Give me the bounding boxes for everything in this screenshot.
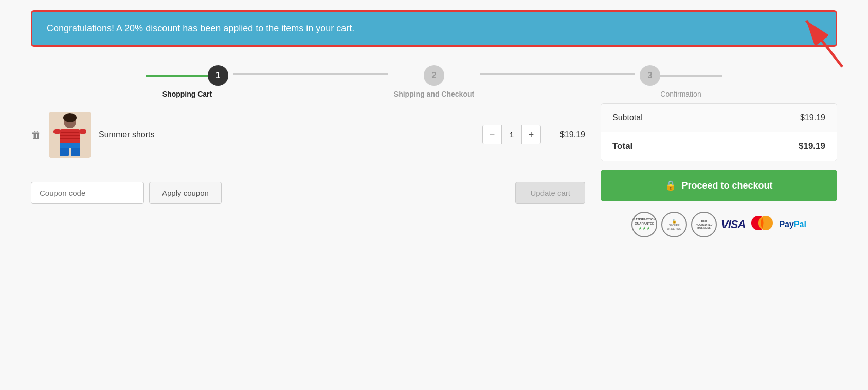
order-summary: Subtotal $19.19 Total $19.19 🔒 Proceed t… <box>601 103 837 237</box>
subtotal-label: Subtotal <box>612 113 643 122</box>
delete-item-icon[interactable]: 🗑 <box>31 129 41 141</box>
checkout-steps: 1 Shopping Cart 2 Shipping and Checkout … <box>31 65 837 98</box>
discount-banner: Congratulations! A 20% discount has been… <box>31 10 837 47</box>
svg-rect-9 <box>53 129 61 134</box>
item-price: $19.19 <box>549 130 585 139</box>
banner-text: Congratulations! A 20% discount has been… <box>47 23 354 33</box>
step-1-label: Shopping Cart <box>141 90 233 98</box>
subtotal-row: Subtotal $19.19 <box>601 104 837 132</box>
coupon-row: Apply coupon Update cart <box>31 182 585 204</box>
quantity-control: − 1 + <box>482 125 541 144</box>
payment-icons: SATISFACTIONGUARANTEE ★★★ 🔒 SECUREORDERI… <box>601 212 837 237</box>
main-content: 🗑 <box>31 103 837 237</box>
update-cart-button[interactable]: Update cart <box>515 182 585 204</box>
svg-rect-6 <box>60 132 80 133</box>
coupon-input[interactable] <box>31 182 144 204</box>
apply-coupon-button[interactable]: Apply coupon <box>149 182 222 204</box>
decrease-quantity-button[interactable]: − <box>483 125 501 144</box>
step-2-label: Shipping and Checkout <box>388 90 480 98</box>
paypal-icon: PayPal <box>779 220 806 229</box>
svg-rect-8 <box>60 138 80 139</box>
satisfaction-guarantee-icon: SATISFACTIONGUARANTEE ★★★ <box>631 212 657 237</box>
step-1-circle: 1 <box>208 65 228 86</box>
svg-rect-7 <box>60 135 80 136</box>
mastercard-icon <box>749 215 775 235</box>
cart-item: 🗑 <box>31 103 585 166</box>
increase-quantity-button[interactable]: + <box>522 125 540 144</box>
quantity-value: 1 <box>501 125 522 144</box>
summary-box: Subtotal $19.19 Total $19.19 <box>601 103 837 161</box>
cart-section: 🗑 <box>31 103 585 204</box>
proceed-to-checkout-button[interactable]: 🔒 Proceed to checkout <box>601 170 837 201</box>
total-value: $19.19 <box>799 141 825 152</box>
product-thumbnail <box>49 112 91 158</box>
product-name: Summer shorts <box>99 130 474 139</box>
secure-ordering-icon: 🔒 SECUREORDERING <box>661 212 687 237</box>
step-3-circle: 3 <box>640 65 660 86</box>
step-3-label: Confirmation <box>635 90 727 98</box>
svg-rect-13 <box>60 143 80 148</box>
step-2-circle: 2 <box>424 65 444 86</box>
svg-point-4 <box>63 113 77 122</box>
visa-icon: VISA <box>721 218 745 231</box>
svg-point-15 <box>758 216 773 230</box>
product-image <box>49 112 91 158</box>
svg-rect-10 <box>79 129 86 134</box>
total-label: Total <box>612 141 632 152</box>
subtotal-value: $19.19 <box>800 113 825 122</box>
total-row: Total $19.19 <box>601 132 837 161</box>
lock-icon: 🔒 <box>665 180 676 191</box>
checkout-label: Proceed to checkout <box>681 180 772 191</box>
bbb-accredited-icon: BBBACCREDITEDBUSINESS <box>691 212 717 237</box>
